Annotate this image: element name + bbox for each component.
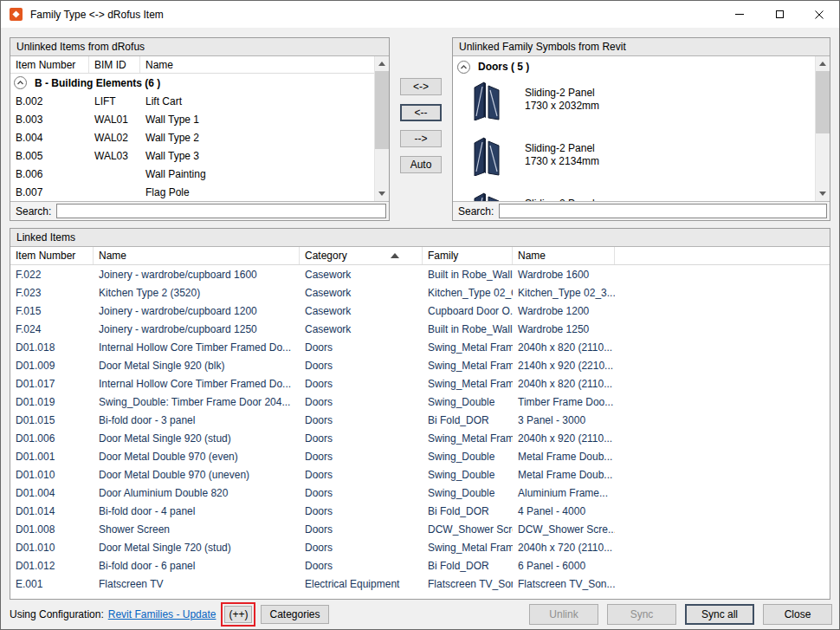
drofus-col-item-number[interactable]: Item Number xyxy=(10,56,89,73)
scroll-up-icon[interactable] xyxy=(816,56,830,71)
item-number-cell: B.007 xyxy=(10,186,89,198)
linked-col-item-number[interactable]: Item Number xyxy=(10,247,94,264)
family-type-cell: Aluminium Frame... xyxy=(513,487,615,499)
revit-search-row: Search: xyxy=(453,201,830,220)
minimize-button[interactable] xyxy=(720,1,759,28)
collapse-chevron-up-icon[interactable] xyxy=(457,61,470,74)
drofus-item-row[interactable]: B.007 Flag Pole xyxy=(10,183,374,201)
linked-item-row[interactable]: D01.001 Door Metal Double 970 (even) Doo… xyxy=(10,447,830,465)
sliding-door-icon xyxy=(472,192,501,201)
unlinked-revit-title: Unlinked Family Symbols from Revit xyxy=(459,41,626,53)
maximize-button[interactable] xyxy=(759,1,799,28)
revit-search-label: Search: xyxy=(458,205,494,218)
revit-family-item[interactable]: Sliding-2 Panel 1730 x 2134mm xyxy=(453,133,815,188)
linked-col-category[interactable]: Category xyxy=(300,247,423,264)
close-dialog-button[interactable]: Close xyxy=(763,604,832,625)
revit-search-input[interactable] xyxy=(499,204,827,218)
sync-button[interactable]: Sync xyxy=(607,604,676,625)
scroll-track[interactable] xyxy=(375,71,389,186)
category-cell: Doors xyxy=(300,542,423,554)
app-icon xyxy=(9,7,23,22)
drofus-item-row[interactable]: B.002 LIFT Lift Cart xyxy=(10,92,374,110)
drofus-group-row[interactable]: B - Building Elements (6 ) xyxy=(10,74,374,92)
expand-config-button[interactable]: (++) xyxy=(224,606,252,623)
item-number-cell: D01.004 xyxy=(10,487,94,499)
linked-item-row[interactable]: F.023 Kitchen Type 2 (3520) Casework Kit… xyxy=(10,283,830,302)
drofus-item-row[interactable]: B.004 WAL02 Wall Type 2 xyxy=(10,128,374,146)
configuration-link[interactable]: Revit Families - Update xyxy=(108,608,216,620)
revit-family-item[interactable]: Sliding-2 Panel 1730 x 2032mm xyxy=(453,77,815,133)
scroll-thumb[interactable] xyxy=(375,71,389,149)
linked-item-row[interactable]: D01.014 Bi-fold door - 4 panel Doors Bi … xyxy=(10,502,830,520)
collapse-chevron-up-icon[interactable] xyxy=(14,76,27,89)
family-type-cell: Flatscreen TV_Son... xyxy=(513,578,615,590)
category-cell: Electrical Equipment xyxy=(300,578,423,590)
linked-item-row[interactable]: D01.010 Door Metal Single 720 (stud) Doo… xyxy=(10,538,830,556)
drofus-group-label: B - Building Elements (6 ) xyxy=(35,77,160,89)
linked-item-row[interactable]: E.001 Flatscreen TV Electrical Equipment… xyxy=(10,575,830,593)
linked-item-row[interactable]: D01.009 Door Metal Single 920 (blk) Door… xyxy=(10,356,830,374)
scroll-thumb[interactable] xyxy=(816,71,830,133)
name-cell: Wall Type 3 xyxy=(140,150,374,162)
family-type-name: Sliding-2 Panel xyxy=(525,142,599,155)
linked-item-row[interactable]: D01.008 Shower Screen Doors DCW_Shower S… xyxy=(10,520,830,538)
name-cell: Flag Pole xyxy=(140,186,374,198)
item-number-cell: F.023 xyxy=(10,287,94,299)
drofus-col-bim-id[interactable]: BIM ID xyxy=(89,56,140,73)
scroll-track[interactable] xyxy=(816,71,830,186)
drofus-item-row[interactable]: B.006 Wall Painting xyxy=(10,165,374,183)
sort-ascending-icon xyxy=(391,253,399,258)
linked-col-family-name[interactable]: Name xyxy=(513,247,615,264)
linked-item-row[interactable]: D01.006 Door Metal Single 920 (stud) Doo… xyxy=(10,429,830,447)
category-cell: Doors xyxy=(300,505,423,517)
linked-item-row[interactable]: D01.004 Door Aluminium Double 820 Doors … xyxy=(10,484,830,502)
sync-all-button[interactable]: Sync all xyxy=(685,604,754,625)
item-name-cell: Internal Hollow Core Timber Framed Do... xyxy=(94,378,300,390)
family-type-cell: 6 Panel - 6000 xyxy=(513,560,615,572)
linked-item-row[interactable]: F.022 Joinery - wardrobe/cupboard 1600 C… xyxy=(10,265,830,283)
linked-item-row[interactable]: D01.017 Internal Hollow Core Timber Fram… xyxy=(10,374,830,393)
revit-item-list: Sliding-2 Panel 1730 x 2032mm Sliding-2 … xyxy=(453,77,815,201)
drofus-item-row[interactable]: B.003 WAL01 Wall Type 1 xyxy=(10,110,374,128)
drofus-search-input[interactable] xyxy=(56,204,386,218)
revit-group-row[interactable]: Doors ( 5 ) xyxy=(453,56,815,77)
linked-item-row[interactable]: F.015 Joinery - wardrobe/cupboard 1200 C… xyxy=(10,302,830,320)
item-name-cell: Door Metal Single 720 (stud) xyxy=(94,542,300,554)
scroll-up-icon[interactable] xyxy=(375,56,389,71)
close-button[interactable] xyxy=(799,1,839,28)
expand-config-wrap: (++) xyxy=(224,606,252,623)
using-configuration-label: Using Configuration: xyxy=(10,608,104,620)
bim-id-cell: LIFT xyxy=(89,95,140,107)
revit-family-item[interactable]: Sliding-2 Panel xyxy=(453,188,815,201)
linked-col-family[interactable]: Family xyxy=(423,247,513,264)
link-both-button[interactable]: <-> xyxy=(400,78,442,95)
revit-item-text: Sliding-2 Panel xyxy=(525,192,595,201)
category-cell: Casework xyxy=(300,269,423,281)
categories-button[interactable]: Categories xyxy=(261,605,328,624)
item-name-cell: Flatscreen TV xyxy=(94,578,300,590)
drofus-col-name[interactable]: Name xyxy=(140,56,374,73)
drofus-item-row[interactable]: B.005 WAL03 Wall Type 3 xyxy=(10,146,374,165)
revit-scrollbar[interactable] xyxy=(815,56,830,201)
move-left-button[interactable]: <-- xyxy=(400,104,442,121)
category-cell: Doors xyxy=(300,523,423,536)
item-number-cell: D01.018 xyxy=(10,341,94,354)
name-cell: Wall Type 2 xyxy=(140,132,374,144)
scroll-down-icon[interactable] xyxy=(816,186,830,201)
unlink-button[interactable]: Unlink xyxy=(529,604,598,625)
family-type-cell: Wardrobe 1200 xyxy=(513,305,615,317)
linked-item-row[interactable]: D01.018 Internal Hollow Core Timber Fram… xyxy=(10,338,830,356)
family-cell: Built in Robe_Wall... xyxy=(423,323,513,335)
drofus-scrollbar[interactable] xyxy=(374,56,389,201)
linked-item-row[interactable]: D01.019 Swing_Double: Timber Frame Door … xyxy=(10,393,830,411)
linked-item-row[interactable]: F.024 Joinery - wardrobe/cupboard 1250 C… xyxy=(10,320,830,338)
family-type-cell: Kitchen_Type 02_3... xyxy=(513,287,615,299)
linked-item-row[interactable]: D01.015 Bi-fold door - 3 panel Doors Bi … xyxy=(10,411,830,429)
move-right-button[interactable]: --> xyxy=(400,130,442,147)
linked-item-row[interactable]: D01.010 Door Metal Double 970 (uneven) D… xyxy=(10,465,830,484)
linked-col-name[interactable]: Name xyxy=(94,247,300,264)
auto-link-button[interactable]: Auto xyxy=(400,156,442,173)
unlinked-drofus-panel-header: Unlinked Items from dRofus xyxy=(10,38,389,56)
linked-item-row[interactable]: D01.012 Bi-fold door - 6 panel Doors Bi … xyxy=(10,556,830,575)
scroll-down-icon[interactable] xyxy=(375,186,389,201)
